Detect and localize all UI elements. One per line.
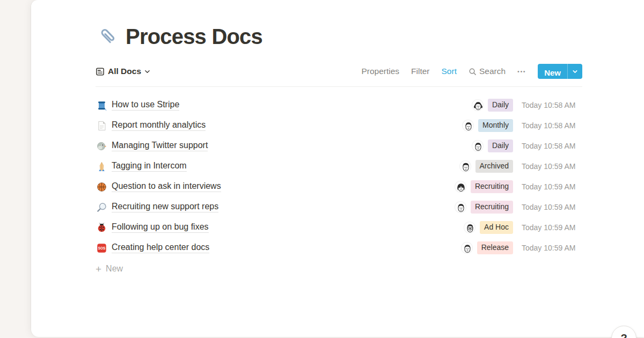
status-tag[interactable]: Release	[477, 241, 513, 254]
doc-title[interactable]: Tagging in Intercom	[112, 161, 187, 172]
last-edited-time: Today 10:59 AM	[522, 182, 582, 191]
last-edited-time: Today 10:59 AM	[522, 244, 582, 252]
status-tag[interactable]: Recruiting	[471, 201, 513, 213]
doc-title[interactable]: Following up on bug fixes	[112, 222, 209, 233]
person-tag-group: Archived	[411, 160, 513, 172]
sos-emoji: SOS	[96, 242, 107, 254]
chevron-down-icon	[144, 69, 150, 75]
person-tag-group: Recruiting	[411, 180, 513, 193]
status-tag[interactable]: Daily	[488, 99, 513, 111]
status-tag[interactable]: Monthly	[478, 119, 513, 131]
new-button-group: New	[538, 64, 582, 79]
person-curly-hair	[459, 160, 471, 172]
person-plain	[461, 242, 473, 254]
doc-title[interactable]: Report monthly analytics	[112, 120, 206, 131]
magnifying-glass-emoji	[96, 201, 107, 213]
page-emoji	[96, 120, 107, 131]
search-button[interactable]: Search	[469, 67, 506, 76]
person-tag-group: Recruiting	[411, 201, 513, 213]
new-button[interactable]: New	[538, 64, 567, 79]
bird-emoji	[96, 140, 107, 152]
svg-text:SOS: SOS	[98, 246, 105, 250]
person-tag-group: Daily	[411, 139, 513, 152]
person-glasses	[464, 222, 475, 233]
thread-spool-emoji	[96, 99, 107, 111]
doc-title[interactable]: How to use Stripe	[112, 100, 179, 111]
page-header: Process Docs	[96, 0, 582, 49]
doc-row[interactable]: Report monthly analytics Monthly Today 1…	[96, 115, 582, 136]
plus-icon: +	[96, 264, 101, 274]
person-short-hair	[462, 120, 474, 131]
person-short-hair	[472, 140, 484, 152]
doc-title[interactable]: Question to ask in interviews	[112, 181, 221, 192]
person-tag-group: Daily	[411, 99, 513, 111]
last-edited-time: Today 10:58 AM	[522, 142, 582, 150]
search-icon	[469, 68, 477, 76]
last-edited-time: Today 10:59 AM	[522, 203, 582, 211]
properties-button[interactable]: Properties	[361, 67, 399, 76]
person-tag-group: Monthly	[411, 119, 513, 131]
doc-row[interactable]: Question to ask in interviews Recruiting…	[96, 177, 582, 197]
toolbar: All Docs Properties Filter Sort Sea	[96, 63, 582, 79]
last-edited-time: Today 10:58 AM	[522, 121, 582, 130]
person-bob-hair	[455, 181, 466, 193]
person-tag-group: Ad Hoc	[411, 221, 513, 233]
doc-row[interactable]: SOS Creating help center docs Release To…	[96, 238, 582, 258]
sort-button[interactable]: Sort	[442, 67, 457, 76]
last-edited-time: Today 10:58 AM	[522, 101, 582, 109]
doc-row[interactable]: Following up on bug fixes Ad Hoc Today 1…	[96, 217, 582, 238]
paperclip-emoji[interactable]	[96, 24, 120, 49]
person-tag-group: Release	[411, 241, 513, 254]
last-edited-time: Today 10:59 AM	[522, 162, 582, 171]
person-short-hair	[455, 201, 466, 213]
view-switcher-all-docs[interactable]: All Docs	[96, 67, 150, 76]
add-new-row-button[interactable]: + New	[96, 259, 582, 279]
doc-list: How to use Stripe Daily Today 10:58 AM R…	[96, 87, 582, 258]
list-view-icon	[96, 67, 105, 76]
doc-row[interactable]: Recruiting new support reps Recruiting T…	[96, 197, 582, 217]
status-tag[interactable]: Archived	[475, 160, 513, 172]
person-headphones	[472, 99, 484, 111]
view-label: All Docs	[108, 67, 141, 76]
ladybug-emoji	[96, 222, 107, 233]
status-tag[interactable]: Recruiting	[471, 180, 513, 193]
more-options-button[interactable]: •••	[517, 68, 526, 75]
doc-row[interactable]: Tagging in Intercom Archived Today 10:59…	[96, 156, 582, 177]
page-card: Process Docs All Docs Properties Fi	[31, 0, 644, 337]
doc-row[interactable]: Managing Twitter support Daily Today 10:…	[96, 136, 582, 156]
last-edited-time: Today 10:59 AM	[522, 223, 582, 232]
praying-hands-emoji	[96, 160, 107, 172]
add-new-row-label: New	[106, 264, 123, 274]
search-label: Search	[479, 67, 506, 76]
basketball-emoji	[96, 181, 107, 193]
doc-title[interactable]: Managing Twitter support	[112, 141, 208, 151]
status-tag[interactable]: Ad Hoc	[480, 221, 513, 233]
status-tag[interactable]: Daily	[488, 139, 513, 152]
doc-row[interactable]: How to use Stripe Daily Today 10:58 AM	[96, 95, 582, 115]
filter-button[interactable]: Filter	[411, 67, 429, 76]
new-dropdown-button[interactable]	[567, 64, 582, 79]
page-title: Process Docs	[126, 24, 262, 49]
doc-title[interactable]: Recruiting new support reps	[112, 202, 218, 212]
doc-title[interactable]: Creating help center docs	[112, 243, 209, 253]
